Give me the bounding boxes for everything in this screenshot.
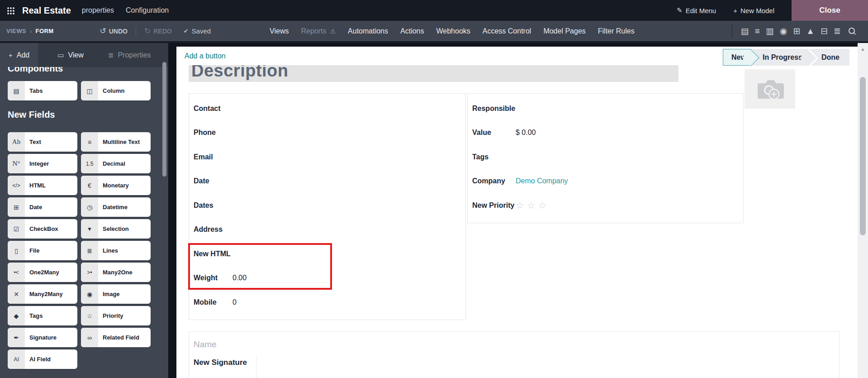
menu-configuration[interactable]: Configuration: [126, 6, 169, 14]
field-date[interactable]: ⊞ Date: [8, 197, 77, 217]
tab-actions[interactable]: Actions: [400, 27, 424, 35]
field-ai[interactable]: AI AI Field: [8, 349, 77, 369]
link-icon: ∞: [81, 328, 98, 347]
field-selection[interactable]: ▼ Selection: [81, 219, 151, 239]
status-in-progress[interactable]: In Progress: [751, 49, 810, 66]
field-monetary[interactable]: € Monetary: [81, 176, 151, 195]
breadcrumb-views[interactable]: VIEWS: [6, 28, 26, 34]
selection-icon: ▼: [81, 219, 98, 239]
top-bar: Real Estate properties Configuration ✎ E…: [0, 0, 868, 21]
status-pipeline: New In Progress Done: [723, 49, 849, 66]
field-row-email[interactable]: Email: [194, 145, 465, 169]
map-view-icon[interactable]: ◉: [780, 27, 787, 35]
field-row-new-html[interactable]: New HTML: [194, 242, 465, 266]
company-link[interactable]: Demo Company: [516, 177, 568, 185]
component-tabs[interactable]: ▤ Tabs: [8, 81, 77, 100]
field-one2many[interactable]: •< One2Many: [8, 263, 77, 282]
image-upload-field[interactable]: [745, 69, 795, 109]
field-row-address[interactable]: Address: [194, 218, 465, 242]
breadcrumb-separator: ›: [30, 28, 32, 35]
field-row-new-signature[interactable]: New Signature: [194, 358, 247, 367]
record-title-field[interactable]: Description: [189, 65, 678, 82]
status-new[interactable]: New: [723, 49, 751, 66]
signature-icon: ✒: [8, 328, 25, 347]
field-group-bottom: Name New Signature: [189, 331, 840, 378]
tab-filter-rules[interactable]: Filter Rules: [598, 27, 635, 35]
field-row-dates[interactable]: Dates: [194, 193, 465, 218]
divider: [136, 26, 136, 36]
field-row-phone[interactable]: Phone: [194, 121, 465, 145]
field-row-weight[interactable]: Weight 0.00: [194, 266, 465, 291]
canvas-scrollbar[interactable]: ▲: [858, 43, 868, 378]
field-many2one[interactable]: >• Many2One: [81, 263, 151, 282]
sidebar-tabs: + Add ▭ View ≣ Properties: [0, 43, 168, 67]
star-icon: ☆: [81, 306, 98, 325]
saved-indicator: ✔ Saved: [184, 27, 211, 35]
field-image[interactable]: ◉ Image: [81, 284, 151, 304]
field-decimal[interactable]: 1.5 Decimal: [81, 154, 151, 173]
clock-icon: ◷: [81, 197, 98, 217]
checkbox-icon: ☑: [8, 219, 25, 239]
gantt-view-icon[interactable]: ≣: [834, 27, 841, 35]
undo-button[interactable]: ↺ UNDO: [100, 26, 127, 36]
field-row-company[interactable]: Company Demo Company: [472, 169, 743, 194]
field-row-mobile[interactable]: Mobile 0: [194, 290, 465, 315]
app-name[interactable]: Real Estate: [22, 5, 71, 16]
calendar-icon: ⊞: [8, 197, 25, 217]
tab-webhooks[interactable]: Webhooks: [436, 27, 470, 35]
field-datetime[interactable]: ◷ Datetime: [81, 197, 151, 217]
page-title: Description: [191, 65, 678, 81]
pivot-view-icon[interactable]: ⊟: [821, 27, 828, 35]
sidebar-tab-properties[interactable]: ≣ Properties: [100, 43, 160, 67]
list-view-icon[interactable]: ≡: [755, 27, 760, 35]
field-row-contact[interactable]: Contact: [194, 96, 465, 121]
scroll-up-arrow[interactable]: ▲: [858, 47, 868, 52]
name-input-placeholder[interactable]: Name: [194, 340, 217, 349]
kanban-view-icon[interactable]: ▥: [766, 27, 774, 35]
field-text[interactable]: Ab Text: [8, 132, 77, 152]
menu-properties[interactable]: properties: [82, 6, 114, 14]
search-icon[interactable]: [849, 28, 855, 34]
priority-stars[interactable]: ☆☆☆: [516, 200, 549, 211]
scrollbar-thumb[interactable]: [860, 77, 866, 235]
field-html[interactable]: </> HTML: [8, 176, 77, 195]
field-lines[interactable]: ≣ Lines: [81, 241, 151, 260]
form-view-icon[interactable]: ▤: [741, 27, 749, 35]
tab-access-control[interactable]: Access Control: [483, 27, 531, 35]
multiline-text-icon: ≡: [81, 132, 98, 152]
sidebar-tab-view[interactable]: ▭ View: [49, 43, 92, 67]
field-signature[interactable]: ✒ Signature: [8, 328, 77, 347]
field-row-value[interactable]: Value $ 0.00: [472, 121, 743, 145]
many2one-icon: >•: [81, 263, 98, 282]
add-a-button-link[interactable]: Add a button: [185, 52, 226, 60]
tab-reports[interactable]: Reports ⚠: [301, 27, 336, 35]
field-row-responsible[interactable]: Responsible: [472, 96, 743, 121]
field-row-tags[interactable]: Tags: [472, 145, 743, 169]
tab-views[interactable]: Views: [270, 27, 289, 35]
field-related[interactable]: ∞ Related Field: [81, 328, 151, 347]
close-button[interactable]: Close: [792, 0, 868, 21]
graph-view-icon[interactable]: ▲: [806, 27, 815, 35]
text-icon: Ab: [8, 132, 25, 152]
edit-menu-button[interactable]: ✎ Edit Menu: [677, 6, 716, 14]
field-integer[interactable]: N° Integer: [8, 154, 77, 173]
image-icon: ◉: [81, 284, 98, 304]
apps-grid-icon[interactable]: [7, 7, 14, 14]
new-model-button[interactable]: + New Model: [733, 7, 774, 14]
field-checkbox[interactable]: ☑ CheckBox: [8, 219, 77, 239]
field-file[interactable]: ▯ File: [8, 241, 77, 260]
field-many2many[interactable]: ✕ Many2Many: [8, 284, 77, 304]
redo-button[interactable]: ↻ REDO: [144, 26, 172, 36]
tab-model-pages[interactable]: Model Pages: [543, 27, 585, 35]
field-multiline-text[interactable]: ≡ Multiline Text: [81, 132, 151, 152]
field-priority[interactable]: ☆ Priority: [81, 306, 151, 325]
sidebar-scrollbar[interactable]: [162, 62, 166, 177]
field-tags[interactable]: ◆ Tags: [8, 306, 77, 325]
field-row-date[interactable]: Date: [194, 169, 465, 194]
calendar-view-icon[interactable]: ⊞: [793, 27, 800, 35]
pencil-icon: ✎: [677, 6, 683, 14]
tab-automations[interactable]: Automations: [348, 27, 388, 35]
sidebar-tab-add[interactable]: + Add: [0, 43, 38, 67]
component-column[interactable]: ◫ Column: [81, 81, 151, 100]
field-row-new-priority[interactable]: New Priority ☆☆☆: [472, 193, 743, 218]
